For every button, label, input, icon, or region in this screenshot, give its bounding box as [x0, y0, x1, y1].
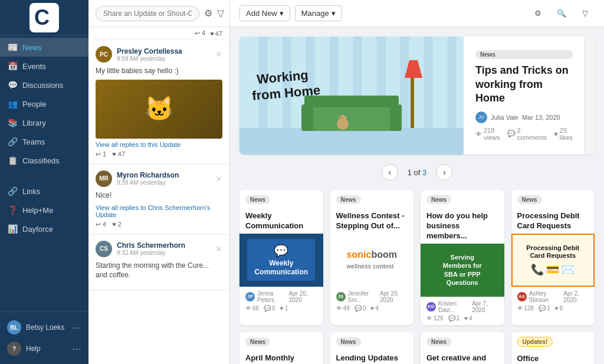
- likes-stat: ♥ 4: [370, 305, 379, 311]
- manage-button[interactable]: Manage ▾: [295, 5, 342, 21]
- featured-title: Tips and Tricks on working from Home: [475, 64, 573, 105]
- post-text: My little babies say hello :): [96, 66, 222, 76]
- post-close-icon[interactable]: ✕: [215, 244, 222, 254]
- main-body: Working from Home News Tips and Tricks o…: [230, 27, 604, 364]
- view-replies-link[interactable]: View all replies to this Update: [96, 141, 222, 148]
- teams-icon: 🔗: [7, 137, 18, 146]
- featured-image: Working from Home: [239, 37, 464, 155]
- card-image-sba: ServingMembers forSBA or PPPQuestions: [421, 244, 504, 297]
- post-avatar: PC: [96, 46, 112, 63]
- view-stat: 👁 218 views: [475, 127, 500, 141]
- card-footer: KD Kristen Davi... Apr 7, 2020 👁 126 💬 1…: [421, 297, 504, 325]
- sidebar-item-label: Help+Me: [22, 206, 53, 215]
- featured-badge: News: [475, 50, 573, 59]
- sidebar-item-library[interactable]: 📚 Library: [0, 113, 88, 132]
- filter-icon: ▽: [582, 9, 588, 18]
- comment-stat: 💬 2 comments: [507, 127, 547, 141]
- news-card-office[interactable]: Updates! Office Appointments OfficeAppoi…: [511, 332, 595, 364]
- share-input[interactable]: [96, 6, 199, 21]
- card-badge: News: [517, 195, 542, 204]
- sidebar-item-people[interactable]: 👥 People: [0, 94, 88, 113]
- post-author: Myron Richardson: [117, 171, 211, 179]
- search-button[interactable]: 🔍: [552, 4, 571, 23]
- total-pages-link[interactable]: 3: [422, 168, 426, 177]
- card-badge: News: [426, 337, 451, 346]
- news-card-debit[interactable]: News Processing Debit Card Requests Proc…: [511, 190, 595, 325]
- sidebar-item-label: Events: [22, 62, 46, 71]
- post-text: Starting the morning with the Cure... an…: [96, 261, 222, 281]
- view-replies-link[interactable]: View all replies to Chris Schermerhorn's…: [96, 204, 222, 218]
- next-page-button[interactable]: ›: [436, 164, 452, 181]
- feed-filter-icon[interactable]: ▽: [217, 8, 224, 19]
- page-info: 1 of 3: [408, 168, 427, 177]
- news-card-april[interactable]: News April Monthly Training Playlist apr…: [239, 332, 323, 364]
- card-header: Updates! Office Appointments: [511, 332, 595, 364]
- sidebar-item-helpme[interactable]: ❓ Help+Me: [0, 201, 88, 219]
- sidebar-item-news[interactable]: 📰 News: [0, 38, 88, 57]
- post-card: MR Myron Richardson 9:39 AM yesterday ✕ …: [88, 165, 229, 235]
- post-close-icon[interactable]: ✕: [215, 174, 222, 183]
- sidebar-item-links[interactable]: 🔗 Links: [0, 182, 88, 201]
- post-time: 9:32 AM yesterday: [117, 250, 211, 256]
- svg-point-19: [339, 117, 343, 119]
- heart-count: ♥ 47: [210, 30, 222, 37]
- card-image-weekly: 💬 WeeklyCommunication: [239, 234, 323, 287]
- post-time: 9:58 AM yesterday: [117, 55, 211, 62]
- card-header: News April Monthly Training Playlist: [239, 332, 323, 364]
- sidebar-item-label: Discussions: [22, 81, 63, 90]
- like-action[interactable]: ♥ 47: [112, 150, 125, 158]
- discussions-icon: 💬: [7, 80, 18, 90]
- card-author: Kristen Davi...: [438, 300, 470, 313]
- sidebar-item-label: Dayforce: [22, 225, 53, 234]
- dayforce-icon: 📊: [7, 224, 18, 234]
- post-close-icon[interactable]: ✕: [215, 50, 222, 59]
- activity-feed: ⚙ ▽ ↩ 4 ♥ 47 PC Presley Cortellessa 9:58…: [88, 0, 230, 364]
- card-author-avatar: JP: [245, 292, 255, 301]
- like-action[interactable]: ♥ 2: [112, 221, 122, 228]
- link-icon: 🔗: [7, 186, 18, 196]
- card-stats: 👁 66 💬 0 ♥ 1: [245, 305, 317, 311]
- sidebar-item-discussions[interactable]: 💬 Discussions: [0, 76, 88, 94]
- news-card-weekly[interactable]: News Weekly Communication 💬 WeeklyCommun…: [239, 190, 323, 325]
- reply-action[interactable]: ↩ 4: [96, 221, 106, 228]
- sidebar-item-dayforce[interactable]: 📊 Dayforce: [0, 219, 88, 238]
- news-card-wellness[interactable]: News Wellness Contest - Stepping Out of.…: [330, 190, 414, 325]
- post-actions: ↩ 4 ♥ 2: [96, 221, 222, 228]
- app-logo: C: [0, 0, 88, 35]
- featured-article[interactable]: Working from Home News Tips and Tricks o…: [239, 37, 595, 155]
- card-header: News Processing Debit Card Requests: [511, 190, 595, 234]
- user-menu-icon[interactable]: ⋯: [72, 322, 81, 333]
- card-badge: News: [336, 337, 361, 346]
- news-card-creative[interactable]: News Get creative and share your skills!…: [421, 332, 504, 364]
- settings-button[interactable]: ⚙: [528, 4, 547, 23]
- news-card-lending[interactable]: News Lending Updates (added SBA info) Up…: [330, 332, 414, 364]
- likes-stat: ♥ 1: [280, 305, 288, 311]
- comments-stat: 💬 0: [264, 305, 275, 311]
- post-text: Nice!: [96, 191, 222, 201]
- events-icon: 📅: [7, 61, 18, 71]
- sidebar-item-label: People: [22, 100, 46, 109]
- help-item[interactable]: ? Help ⋯: [0, 338, 88, 359]
- feed-settings-icon[interactable]: ⚙: [204, 8, 212, 19]
- svg-rect-10: [239, 128, 464, 155]
- settings-icon: ⚙: [534, 9, 541, 18]
- prev-page-button[interactable]: ‹: [382, 164, 398, 181]
- filter-button[interactable]: ▽: [576, 4, 595, 23]
- sidebar-item-teams[interactable]: 🔗 Teams: [0, 132, 88, 151]
- cards-grid-row2: News April Monthly Training Playlist apr…: [239, 332, 595, 364]
- sidebar-item-classifieds[interactable]: 📋 Classifieds: [0, 151, 88, 170]
- current-user[interactable]: BL Betsy Loeks ⋯: [0, 317, 88, 338]
- post-card: PC Presley Cortellessa 9:58 AM yesterday…: [88, 40, 229, 165]
- author-avatar: JV: [475, 112, 487, 123]
- reply-action[interactable]: ↩ 1: [96, 150, 106, 158]
- add-new-button[interactable]: Add New ▾: [239, 5, 290, 21]
- news-icon: 📰: [7, 42, 18, 52]
- card-stats: 👁 126 💬 1 ♥ 4: [426, 315, 498, 322]
- help-menu-icon[interactable]: ⋯: [72, 343, 81, 355]
- post-actions: ↩ 1 ♥ 47: [96, 150, 222, 158]
- sidebar-item-events[interactable]: 📅 Events: [0, 57, 88, 76]
- card-author-avatar: JS: [336, 292, 346, 301]
- news-card-sba[interactable]: News How do you help business members...…: [421, 190, 504, 325]
- card-date: Apr 20, 2020: [380, 290, 408, 303]
- card-title: Office Appointments: [517, 354, 589, 364]
